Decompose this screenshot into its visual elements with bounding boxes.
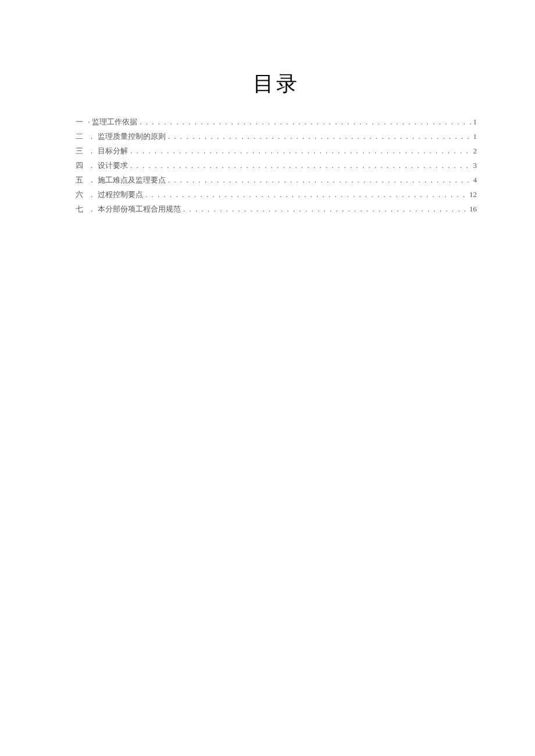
toc-leader-dots [183, 202, 467, 216]
toc-entry: 二 ． 监理质量控制的原则 1 [76, 129, 477, 144]
toc-page-number: 12 [469, 187, 477, 202]
toc-numeral: 五 [76, 173, 83, 187]
toc-page-number: 4 [473, 173, 477, 187]
toc-separator: ． [88, 158, 95, 173]
document-page: 目录 一 · 监理工作依据 1 二 ． 监理质量控制的原则 1 三 ． 目标分解… [0, 0, 535, 216]
toc-entry: 四 ． 设计要求 3 [76, 158, 477, 173]
toc-page-number: 2 [473, 144, 477, 158]
toc-label: 目标分解 [98, 144, 128, 158]
page-title: 目录 [76, 70, 477, 98]
toc-page-number: 1 [473, 129, 477, 144]
toc-label: 设计要求 [98, 158, 128, 173]
toc-numeral: 六 [76, 187, 83, 202]
toc-numeral: 四 [76, 158, 83, 173]
toc-entry: 五 ． 施工难点及监理要点 4 [76, 173, 477, 187]
toc-page-number: 1 [473, 114, 477, 129]
toc-label: 过程控制要点 [98, 187, 143, 202]
toc-entry: 三 ． 目标分解 2 [76, 144, 477, 158]
toc-separator: ． [88, 202, 95, 216]
toc-entry: 七 ． 本分部份项工程合用规范 16 [76, 202, 477, 216]
toc-entry: 六 ． 过程控制要点 12 [76, 187, 477, 202]
toc-numeral: 一 [76, 114, 83, 129]
toc-list: 一 · 监理工作依据 1 二 ． 监理质量控制的原则 1 三 ． 目标分解 2 … [76, 114, 477, 216]
toc-label: 监理质量控制的原则 [98, 129, 166, 144]
toc-label: 施工难点及监理要点 [98, 173, 166, 187]
toc-separator: ． [88, 144, 95, 158]
toc-leader-dots [168, 129, 471, 144]
toc-separator: ． [88, 129, 95, 144]
toc-leader-dots [130, 144, 471, 158]
toc-page-number: 16 [469, 202, 477, 216]
toc-separator: ． [88, 173, 95, 187]
toc-leader-dots [140, 114, 470, 129]
toc-separator: · [88, 114, 90, 129]
toc-leader-dots [130, 158, 471, 173]
toc-numeral: 二 [76, 129, 83, 144]
toc-label: 监理工作依据 [92, 114, 137, 129]
toc-leader-dots [145, 187, 467, 202]
toc-entry: 一 · 监理工作依据 1 [76, 114, 477, 129]
toc-label: 本分部份项工程合用规范 [98, 202, 181, 216]
toc-separator: ． [88, 187, 95, 202]
toc-numeral: 七 [76, 202, 83, 216]
toc-page-number: 3 [473, 158, 477, 173]
toc-numeral: 三 [76, 144, 83, 158]
toc-leader-dots [168, 173, 471, 187]
